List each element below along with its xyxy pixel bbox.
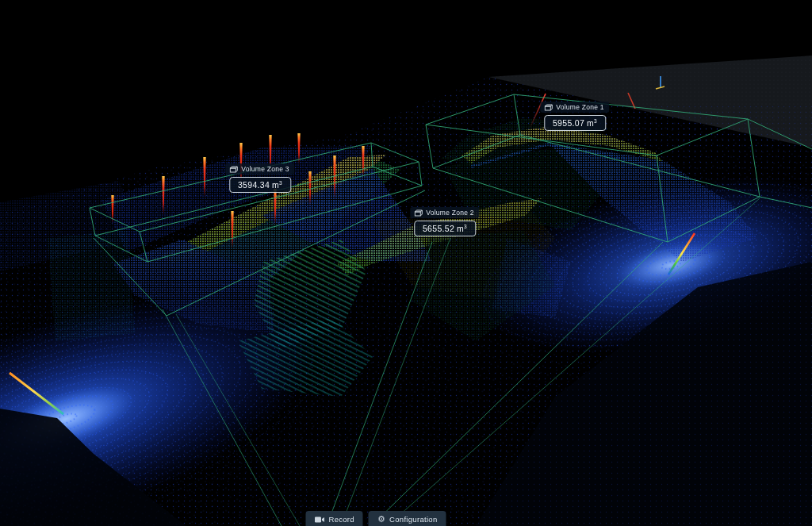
volume-zone-2-title: Volume Zone 2 xyxy=(410,207,479,218)
volume-zone-3-title: Volume Zone 3 xyxy=(225,163,294,175)
volume-zone-1-label[interactable]: Volume Zone 1 5955.07m3 xyxy=(540,102,609,131)
record-button[interactable]: Record xyxy=(305,511,362,526)
box-3d-icon xyxy=(229,166,238,173)
zone-title-text: Volume Zone 2 xyxy=(426,209,473,217)
bottom-toolbar: Record ⚙ Configuration xyxy=(305,511,446,526)
volume-zone-2-value: 5655.52m3 xyxy=(414,221,476,236)
volume-zone-1-title: Volume Zone 1 xyxy=(540,102,609,113)
volume-zone-3-value: 3594.34m3 xyxy=(229,177,291,193)
gear-icon: ⚙ xyxy=(377,515,385,524)
box-3d-icon xyxy=(414,209,423,217)
zone-title-text: Volume Zone 3 xyxy=(241,165,289,173)
volume-zone-2-label[interactable]: Volume Zone 2 5655.52m3 xyxy=(410,207,479,236)
point-cloud-viewport[interactable] xyxy=(0,0,812,526)
configuration-button[interactable]: ⚙ Configuration xyxy=(369,511,446,526)
zone-title-text: Volume Zone 1 xyxy=(556,103,603,111)
volume-zone-3-label[interactable]: Volume Zone 3 3594.34m3 xyxy=(225,163,294,193)
box-3d-icon xyxy=(544,104,553,111)
volume-zone-1-value: 5955.07m3 xyxy=(544,115,606,131)
video-camera-icon xyxy=(314,516,324,524)
